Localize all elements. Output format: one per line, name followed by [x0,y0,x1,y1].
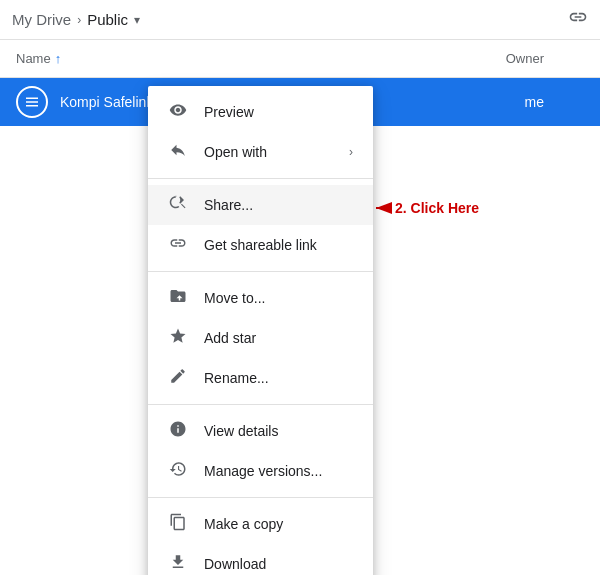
column-headers: Name ↑ Owner [0,40,600,78]
submenu-arrow-icon: › [349,145,353,159]
share-label: Share... [204,197,353,213]
menu-item-make-copy[interactable]: Make a copy [148,504,373,544]
menu-item-move-to[interactable]: Move to... [148,278,373,318]
open-with-label: Open with [204,144,333,160]
menu-item-download[interactable]: Download [148,544,373,575]
my-drive-link[interactable]: My Drive [12,11,71,28]
menu-item-open-with[interactable]: Open with › [148,132,373,172]
move-icon [168,287,188,309]
file-owner: me [525,94,584,110]
share-icon [168,194,188,216]
info-icon [168,420,188,442]
name-column-header[interactable]: Name ↑ [16,51,61,66]
add-star-label: Add star [204,330,353,346]
menu-item-rename[interactable]: Rename... [148,358,373,398]
preview-label: Preview [204,104,353,120]
manage-versions-label: Manage versions... [204,463,353,479]
menu-divider-4 [148,497,373,498]
rename-label: Rename... [204,370,353,386]
menu-divider-2 [148,271,373,272]
breadcrumb: My Drive › Public ▾ [12,11,140,28]
eye-icon [168,101,188,123]
link-icon [168,234,188,256]
menu-item-manage-versions[interactable]: Manage versions... [148,451,373,491]
menu-item-share[interactable]: Share... [148,185,373,225]
breadcrumb-separator: › [77,13,81,27]
menu-item-add-star[interactable]: Add star [148,318,373,358]
view-details-label: View details [204,423,353,439]
open-with-icon [168,141,188,163]
public-folder-link[interactable]: Public [87,11,128,28]
top-bar: My Drive › Public ▾ [0,0,600,40]
menu-divider-3 [148,404,373,405]
link-icon [568,7,588,32]
owner-column-header: Owner [506,51,584,66]
menu-item-get-link[interactable]: Get shareable link [148,225,373,265]
breadcrumb-dropdown-icon[interactable]: ▾ [134,13,140,27]
menu-item-view-details[interactable]: View details [148,411,373,451]
context-menu: Preview Open with › Share... Get shareab… [148,86,373,575]
file-icon-circle [16,86,48,118]
sort-icon: ↑ [55,51,62,66]
get-link-label: Get shareable link [204,237,353,253]
download-icon [168,553,188,575]
menu-divider-1 [148,178,373,179]
menu-item-preview[interactable]: Preview [148,92,373,132]
make-copy-label: Make a copy [204,516,353,532]
star-icon [168,327,188,349]
versions-icon [168,460,188,482]
download-label: Download [204,556,353,572]
rename-icon [168,367,188,389]
click-here-annotation: 2. Click Here [395,200,479,216]
copy-icon [168,513,188,535]
move-to-label: Move to... [204,290,353,306]
